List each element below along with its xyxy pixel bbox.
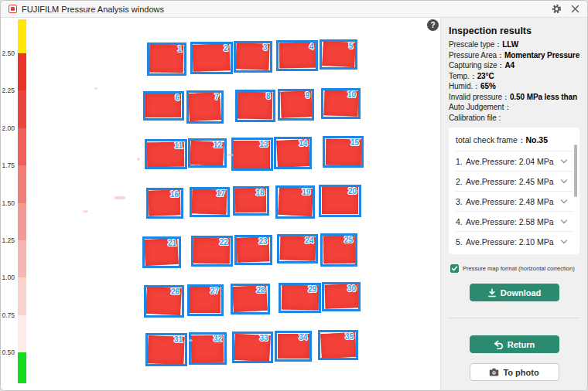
pressure-frame-7[interactable]: 7	[186, 90, 224, 124]
total-value: No.35	[525, 135, 548, 144]
pressure-map-checkbox-label: Pressure map format (horizontal correcti…	[463, 265, 575, 272]
pressure-frame-5[interactable]: 5	[320, 39, 357, 70]
result-row-3[interactable]: 3. Ave.Pressure: 2.48 MPa	[456, 191, 573, 211]
panel-title: Inspection results	[449, 26, 579, 36]
ink-speck	[94, 87, 97, 90]
ink-speck	[137, 158, 140, 161]
download-icon	[487, 288, 497, 298]
pressure-frame-1[interactable]: 1	[147, 42, 186, 76]
close-icon[interactable]	[571, 5, 579, 13]
frame-number: 20	[348, 187, 357, 196]
pressure-frame-8[interactable]: 8	[235, 90, 275, 122]
frame-number: 19	[302, 188, 310, 196]
to-photo-button-label: To photo	[503, 368, 538, 377]
pressure-frame-16[interactable]: 16	[146, 188, 183, 219]
detail-row-capturing-size: Capturing size：A4	[449, 60, 579, 71]
result-text: Ave.Pressure: 2.10 MPa	[466, 237, 560, 246]
pressure-frame-3[interactable]: 3	[234, 41, 272, 73]
results-scrollbar[interactable]	[574, 144, 577, 197]
chevron-down-icon[interactable]	[560, 239, 568, 245]
scale-tick-label: 1.50	[2, 199, 15, 207]
pressure-frame-28[interactable]: 28	[231, 284, 270, 314]
scale-segment-5	[18, 203, 26, 240]
pressure-frame-9[interactable]: 9	[278, 89, 314, 121]
gear-icon[interactable]	[552, 4, 562, 14]
pressure-map-checkbox[interactable]	[450, 264, 459, 273]
pressure-frame-33[interactable]: 33	[232, 332, 273, 363]
panel-divider	[449, 318, 579, 318]
pressure-frame-11[interactable]: 11	[145, 139, 187, 169]
detail-label: Invalid pressure：	[449, 93, 510, 101]
help-icon[interactable]: ?	[427, 19, 439, 31]
frame-number: 2	[224, 44, 228, 53]
result-row-4[interactable]: 4. Ave.Pressure: 2.58 MPa	[456, 211, 573, 231]
scale-segment-6	[18, 240, 26, 277]
frame-number: 22	[220, 238, 228, 246]
chevron-down-icon[interactable]	[560, 219, 568, 225]
window-title: FUJIFILM Pressure Analysis windows	[22, 5, 164, 14]
scale-bottom-segment	[18, 352, 26, 383]
frame-number: 11	[174, 141, 183, 150]
to-photo-button[interactable]: To photo	[470, 363, 559, 381]
pressure-frame-24[interactable]: 24	[277, 234, 318, 264]
frame-number: 27	[210, 287, 219, 295]
result-index: 2.	[456, 177, 466, 186]
pressure-frame-4[interactable]: 4	[276, 40, 318, 71]
pressure-frame-23[interactable]: 23	[234, 235, 272, 265]
detail-value: 23°C	[477, 72, 494, 80]
camera-icon	[489, 368, 499, 376]
pressure-frame-35[interactable]: 35	[318, 330, 358, 360]
frame-number: 15	[350, 138, 359, 147]
result-row-2[interactable]: 2. Ave.Pressure: 2.45 MPa	[456, 171, 573, 191]
chevron-down-icon[interactable]	[560, 199, 568, 205]
frame-number: 10	[347, 90, 356, 99]
detail-value: Momentary Pressure	[504, 51, 579, 60]
result-row-1[interactable]: 1. Ave.Pressure: 2.04 MPa	[456, 151, 573, 171]
app-window: FUJIFILM Pressure Analysis windows 2.502…	[0, 0, 588, 391]
scale-tick-label: 1.25	[2, 236, 15, 244]
pressure-frame-21[interactable]: 21	[142, 236, 181, 268]
pressure-frame-18[interactable]: 18	[233, 186, 269, 216]
detail-value: 0.50 MPa less than	[510, 93, 577, 101]
pressure-frame-12[interactable]: 12	[188, 138, 227, 168]
download-button[interactable]: Download	[470, 284, 559, 301]
pressure-frame-19[interactable]: 19	[275, 185, 315, 219]
pressure-frame-20[interactable]: 20	[319, 185, 361, 217]
chevron-down-icon[interactable]	[560, 158, 568, 165]
frame-number: 8	[266, 92, 271, 100]
pressure-frame-29[interactable]: 29	[279, 283, 321, 313]
scale-segment-3	[18, 128, 26, 165]
return-button[interactable]: Return	[470, 335, 559, 353]
pressure-frame-32[interactable]: 32	[189, 332, 227, 365]
result-index: 5.	[456, 237, 466, 246]
pressure-frame-15[interactable]: 15	[323, 136, 364, 168]
pressure-frame-17[interactable]: 17	[190, 187, 230, 217]
pressure-frame-14[interactable]: 14	[274, 137, 312, 169]
pressure-frame-26[interactable]: 26	[144, 285, 184, 318]
frame-number: 6	[175, 94, 179, 102]
frame-number: 26	[171, 287, 179, 296]
pressure-frame-13[interactable]: 13	[231, 138, 273, 171]
detail-row-invalid-pressure: Invalid pressure：0.50 MPa less than	[449, 92, 579, 103]
frame-number: 34	[299, 333, 307, 342]
pressure-frame-10[interactable]: 10	[321, 88, 361, 119]
frame-number: 28	[256, 286, 265, 294]
pressure-frame-34[interactable]: 34	[275, 331, 312, 362]
scale-top-segment	[18, 19, 26, 53]
result-row-5[interactable]: 5. Ave.Pressure: 2.10 MPa	[456, 231, 573, 251]
app-icon-core	[11, 7, 15, 11]
detail-label: Pressure Area：	[449, 51, 504, 60]
pressure-frame-6[interactable]: 6	[143, 91, 184, 121]
chevron-down-icon[interactable]	[560, 178, 568, 185]
title-bar: FUJIFILM Pressure Analysis windows	[1, 1, 587, 18]
pressure-frame-30[interactable]: 30	[322, 282, 361, 311]
frame-number: 31	[174, 335, 183, 344]
pressure-frame-27[interactable]: 27	[187, 284, 224, 316]
frame-number: 13	[259, 140, 268, 148]
pressure-frame-2[interactable]: 2	[190, 42, 233, 74]
scale-tick-label: 2.00	[2, 124, 15, 132]
pressure-map-option-row: Pressure map format (horizontal correcti…	[450, 264, 578, 273]
pressure-frame-22[interactable]: 22	[191, 236, 233, 267]
pressure-frame-31[interactable]: 31	[145, 333, 187, 366]
pressure-frame-25[interactable]: 25	[320, 233, 357, 267]
